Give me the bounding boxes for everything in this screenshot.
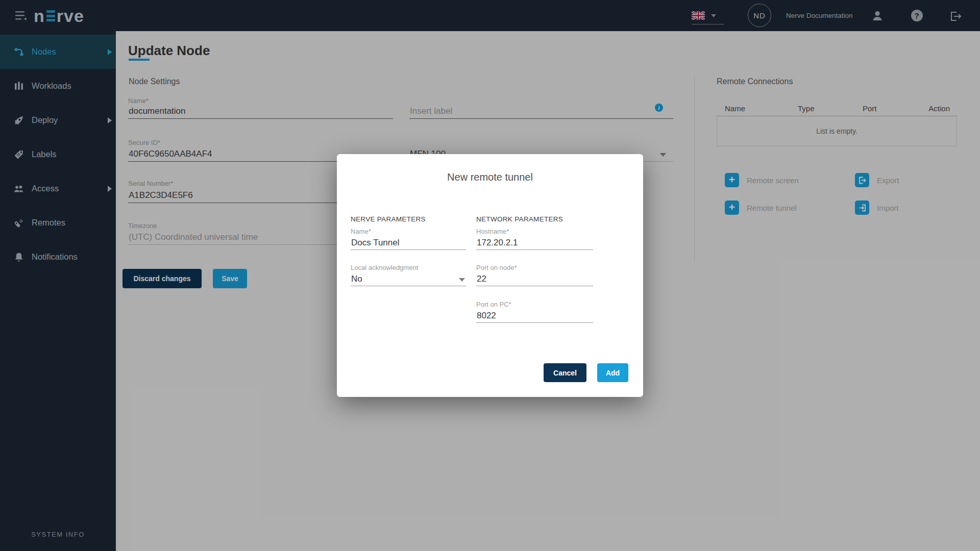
port-on-node-field[interactable]: Port on node* 22 bbox=[476, 264, 593, 286]
port-on-pc-field[interactable]: Port on PC* 8022 bbox=[476, 300, 593, 323]
network-parameters-heading: NETWORK PARAMETERS bbox=[476, 215, 563, 223]
port-on-pc-value: 8022 bbox=[477, 311, 496, 321]
select-caret-icon[interactable] bbox=[459, 278, 465, 282]
app-root: n rve ND Nerve Documentation bbox=[0, 0, 980, 551]
port-on-pc-label: Port on PC* bbox=[476, 300, 511, 308]
port-on-node-label: Port on node* bbox=[476, 264, 517, 271]
tunnel-name-field[interactable]: Name* Docs Tunnel bbox=[351, 228, 466, 250]
hostname-field[interactable]: Hostname* 172.20.2.1 bbox=[476, 228, 593, 250]
port-on-node-value: 22 bbox=[477, 274, 486, 284]
cancel-button[interactable]: Cancel bbox=[544, 363, 586, 382]
add-button[interactable]: Add bbox=[597, 363, 628, 382]
local-acknowledgment-select[interactable]: Local acknowledgment No bbox=[351, 264, 466, 286]
hostname-value: 172.20.2.1 bbox=[477, 238, 518, 248]
tunnel-name-value: Docs Tunnel bbox=[351, 238, 400, 248]
dialog-title: New remote tunnel bbox=[337, 171, 643, 183]
local-acknowledgment-label: Local acknowledgment bbox=[351, 264, 418, 271]
hostname-label: Hostname* bbox=[476, 228, 509, 235]
local-acknowledgment-value: No bbox=[351, 274, 362, 284]
tunnel-name-label: Name* bbox=[351, 228, 371, 235]
nerve-parameters-heading: NERVE PARAMETERS bbox=[351, 215, 426, 223]
new-remote-tunnel-dialog: New remote tunnel NERVE PARAMETERS NETWO… bbox=[337, 154, 643, 397]
